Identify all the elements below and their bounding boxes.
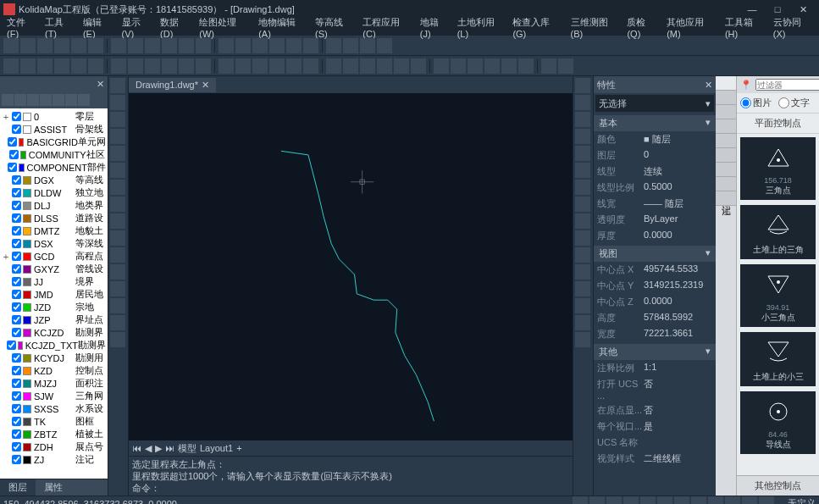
layer-row[interactable]: +0零层 bbox=[2, 110, 106, 123]
layer-visible-checkbox[interactable] bbox=[12, 404, 21, 413]
layer-visible-checkbox[interactable] bbox=[12, 379, 21, 388]
status-toggle-icon[interactable] bbox=[573, 496, 588, 505]
layer-row[interactable]: JJ境界 bbox=[2, 275, 106, 288]
symbol-item[interactable]: 156.718三角点 bbox=[740, 137, 816, 200]
toolbar-button-icon[interactable] bbox=[54, 38, 69, 53]
tab-properties[interactable]: 属性 bbox=[36, 479, 71, 496]
toolbar-button-icon[interactable] bbox=[252, 38, 268, 53]
layer-row[interactable]: JMD居民地 bbox=[2, 288, 106, 301]
toolbar-button-icon[interactable] bbox=[501, 58, 517, 74]
toolbar-button-icon[interactable] bbox=[111, 38, 126, 53]
toolbar-button-icon[interactable] bbox=[20, 38, 36, 53]
symbol-item[interactable]: 394.91小三角点 bbox=[740, 264, 816, 327]
category-tab[interactable]: 管线 bbox=[716, 134, 736, 148]
prop-row[interactable]: 注释比例1:1 bbox=[594, 360, 716, 376]
minimize-button[interactable]: — bbox=[739, 4, 765, 14]
vtool-button-icon[interactable] bbox=[575, 247, 590, 263]
layer-color-icon[interactable] bbox=[23, 418, 31, 426]
status-toggle-icon[interactable] bbox=[589, 496, 605, 505]
prop-row[interactable]: 线型比例0.5000 bbox=[594, 180, 716, 196]
layer-visible-checkbox[interactable] bbox=[12, 328, 21, 337]
layer-row[interactable]: SXSS水系设 bbox=[2, 402, 106, 415]
vtool-button-icon[interactable] bbox=[110, 230, 125, 246]
vtool-button-icon[interactable] bbox=[110, 163, 125, 178]
status-toggle-icon[interactable] bbox=[606, 496, 622, 505]
vtool-button-icon[interactable] bbox=[575, 112, 590, 127]
category-tab[interactable]: 境界 bbox=[716, 148, 736, 163]
toolbar-button-icon[interactable] bbox=[88, 58, 103, 74]
menu-item[interactable]: 地籍(J) bbox=[417, 14, 452, 41]
vtool-button-icon[interactable] bbox=[575, 213, 590, 229]
vtool-button-icon[interactable] bbox=[575, 264, 590, 280]
vtool-button-icon[interactable] bbox=[110, 146, 125, 161]
maximize-button[interactable]: □ bbox=[765, 4, 790, 14]
layer-visible-checkbox[interactable] bbox=[9, 150, 19, 159]
vtool-button-icon[interactable] bbox=[575, 298, 590, 313]
layer-color-icon[interactable] bbox=[23, 430, 31, 439]
layer-color-icon[interactable] bbox=[23, 278, 31, 286]
layer-color-icon[interactable] bbox=[23, 329, 31, 337]
tab-layers[interactable]: 图层 bbox=[0, 479, 36, 496]
drawing-canvas[interactable] bbox=[129, 93, 573, 440]
layer-visible-checkbox[interactable] bbox=[12, 353, 21, 363]
layer-color-icon[interactable] bbox=[23, 265, 31, 274]
toolbar-button-icon[interactable] bbox=[484, 58, 500, 74]
cmd-prompt[interactable]: 命令： bbox=[132, 482, 569, 494]
toolbar-button-icon[interactable] bbox=[269, 38, 285, 53]
layer-row[interactable]: BASICGRID单元网 bbox=[2, 136, 106, 148]
layer-visible-checkbox[interactable] bbox=[12, 277, 21, 286]
layer-row[interactable]: KCJZD_TXT勘测界 bbox=[2, 339, 106, 352]
layer-row[interactable]: DMTZ地貌土 bbox=[2, 224, 106, 237]
prop-row[interactable]: 在原点显...否 bbox=[594, 402, 716, 418]
layer-visible-checkbox[interactable] bbox=[12, 391, 21, 401]
layer-color-icon[interactable] bbox=[23, 443, 31, 451]
layer-tool-icon[interactable] bbox=[40, 94, 52, 106]
category-tab[interactable]: 居民地及设施 bbox=[716, 105, 736, 119]
layer-row[interactable]: ZJ注记 bbox=[2, 453, 106, 466]
layer-visible-checkbox[interactable] bbox=[12, 366, 21, 375]
tab-layout[interactable]: Layout1 bbox=[200, 443, 233, 453]
toolbar-button-icon[interactable] bbox=[235, 38, 251, 53]
status-toggle-icon[interactable] bbox=[674, 496, 689, 505]
layer-row[interactable]: DLDW独立地 bbox=[2, 186, 106, 199]
symbol-item[interactable]: 84.46导线点 bbox=[740, 391, 816, 454]
toolbar-button-icon[interactable] bbox=[162, 58, 177, 74]
toolbar-button-icon[interactable] bbox=[360, 38, 375, 53]
toolbar-button-icon[interactable] bbox=[252, 58, 268, 74]
category-tab[interactable]: 水系 bbox=[716, 91, 736, 105]
category-tab[interactable]: 地貌 bbox=[716, 163, 736, 177]
vtool-button-icon[interactable] bbox=[575, 180, 590, 195]
prop-row[interactable]: 宽度72221.3661 bbox=[594, 326, 716, 342]
vtool-button-icon[interactable] bbox=[575, 315, 590, 330]
vtool-button-icon[interactable] bbox=[575, 163, 590, 178]
toolbar-button-icon[interactable] bbox=[394, 58, 409, 74]
layer-visible-checkbox[interactable] bbox=[12, 112, 21, 121]
toolbar-button-icon[interactable] bbox=[468, 58, 483, 74]
vtool-button-icon[interactable] bbox=[110, 129, 125, 144]
layer-color-icon[interactable] bbox=[23, 316, 31, 324]
prop-row[interactable]: 中心点 Y3149215.2319 bbox=[594, 278, 716, 294]
layer-row[interactable]: SJW三角网 bbox=[2, 390, 106, 402]
toolbar-button-icon[interactable] bbox=[219, 58, 234, 74]
toolbar-button-icon[interactable] bbox=[162, 38, 177, 53]
vtool-button-icon[interactable] bbox=[110, 247, 125, 263]
menu-item[interactable]: 绘图处理(W) bbox=[196, 14, 253, 41]
layer-visible-checkbox[interactable] bbox=[8, 163, 17, 172]
vtool-button-icon[interactable] bbox=[575, 332, 590, 347]
layer-visible-checkbox[interactable] bbox=[12, 125, 21, 134]
layer-visible-checkbox[interactable] bbox=[12, 188, 21, 197]
vtool-button-icon[interactable] bbox=[110, 264, 125, 280]
category-tab[interactable]: 植被土质 bbox=[716, 177, 736, 191]
document-tab[interactable]: Drawing1.dwg* ✕ bbox=[129, 78, 216, 92]
layer-row[interactable]: ASSIST骨架线 bbox=[2, 123, 106, 136]
toolbar-button-icon[interactable] bbox=[3, 58, 19, 74]
prop-row[interactable]: 每个视口...是 bbox=[594, 418, 716, 435]
filter-input[interactable] bbox=[755, 79, 819, 91]
nav-first-icon[interactable]: ⏮ bbox=[132, 443, 141, 453]
prop-row[interactable]: 透明度ByLayer bbox=[594, 212, 716, 228]
toolbar-button-icon[interactable] bbox=[343, 58, 358, 74]
nav-prev-icon[interactable]: ◀ bbox=[145, 443, 152, 454]
layer-color-icon[interactable] bbox=[23, 303, 31, 312]
prop-group-header[interactable]: 基本▾ bbox=[594, 115, 716, 131]
nav-last-icon[interactable]: ⏭ bbox=[165, 443, 174, 453]
